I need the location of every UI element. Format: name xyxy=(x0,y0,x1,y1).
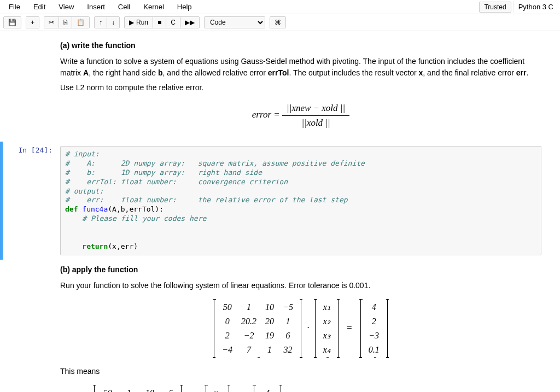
menubar-status: Trusted Python 3 C xyxy=(479,1,558,13)
code-editor[interactable]: # input: # A: 2D numpy array: square mat… xyxy=(60,146,541,255)
menu-file[interactable]: File xyxy=(2,0,27,14)
stop-button[interactable]: ■ xyxy=(153,17,166,28)
system-equation: 50110−5 020.2201 2−2196 −47132 · x₁ x₂ x… xyxy=(60,299,541,358)
run-button[interactable]: ▶Run xyxy=(125,17,153,28)
fast-forward-icon: ▶▶ xyxy=(185,19,195,26)
this-means-label: This means xyxy=(60,366,541,377)
section-a-desc: Write a function to solve a system of eq… xyxy=(60,56,541,79)
section-b-desc: Run your function to solve the following… xyxy=(60,280,541,291)
menu-view[interactable]: View xyxy=(52,0,80,14)
menubar-items: File Edit View Insert Cell Kernel Help xyxy=(2,0,199,14)
add-cell-button[interactable]: + xyxy=(26,17,39,28)
copy-button[interactable]: ⎘ xyxy=(59,17,72,28)
definitions: A = 50110−5 020.2201 2−2196 −47132 , x =… xyxy=(77,385,541,392)
section-b-heading: (b) apply the function xyxy=(60,264,541,276)
restart-button[interactable]: C xyxy=(166,17,180,28)
markdown-cell-a[interactable]: (a) write the function Write a function … xyxy=(0,36,560,142)
menu-kernel[interactable]: Kernel xyxy=(137,0,171,14)
vector-b-def: 4 2 −3 0.1 xyxy=(254,385,281,392)
run-label: Run xyxy=(136,19,148,26)
matrix-A-def: 50110−5 020.2201 2−2196 −47132 xyxy=(94,385,182,392)
kernel-indicator[interactable]: Python 3 C xyxy=(514,1,558,13)
menu-edit[interactable]: Edit xyxy=(27,0,52,14)
cell-type-select[interactable]: Code xyxy=(205,17,265,28)
section-a-heading: (a) write the function xyxy=(60,40,541,51)
markdown-cell-b[interactable]: (b) apply the function Run your function… xyxy=(0,260,560,392)
paste-icon: 📋 xyxy=(77,19,85,26)
save-button[interactable]: 💾 xyxy=(4,17,21,28)
prompt-empty-b xyxy=(8,261,57,392)
arrow-down-icon: ↓ xyxy=(112,19,115,26)
save-icon: 💾 xyxy=(8,19,16,26)
markdown-content-a: (a) write the function Write a function … xyxy=(57,37,552,141)
toolbar: 💾 + ✂ ⎘ 📋 ↑ ↓ ▶Run ■ C ▶▶ Code ⌘ xyxy=(0,14,560,31)
vector-x-def: x₁ x₂ x₃ x₄ xyxy=(206,385,229,392)
cut-button[interactable]: ✂ xyxy=(44,17,59,28)
vector-x: x₁ x₂ x₃ x₄ xyxy=(315,299,339,358)
markdown-content-b: (b) apply the function Run your function… xyxy=(57,261,552,392)
section-a-l2: Use L2 norm to compute the relative erro… xyxy=(60,82,541,93)
menubar: File Edit View Insert Cell Kernel Help T… xyxy=(0,0,560,14)
code-cell-content: # input: # A: 2D numpy array: square mat… xyxy=(57,143,552,259)
arrow-up-icon: ↑ xyxy=(99,19,102,26)
play-icon: ▶ xyxy=(129,19,134,26)
prompt-empty xyxy=(8,37,57,141)
stop-icon: ■ xyxy=(158,19,161,26)
cut-icon: ✂ xyxy=(49,19,54,26)
menu-help[interactable]: Help xyxy=(171,0,199,14)
code-cell-24[interactable]: In [24]: # input: # A: 2D numpy array: s… xyxy=(0,142,560,260)
command-palette-button[interactable]: ⌘ xyxy=(270,17,285,28)
matrix-A: 50110−5 020.2201 2−2196 −47132 xyxy=(214,299,301,358)
notebook-main: (a) write the function Write a function … xyxy=(0,31,560,392)
trusted-badge[interactable]: Trusted xyxy=(479,2,511,13)
restart-icon: C xyxy=(171,19,176,26)
move-up-button[interactable]: ↑ xyxy=(95,17,107,28)
paste-button[interactable]: 📋 xyxy=(72,17,89,28)
copy-icon: ⎘ xyxy=(63,19,67,26)
input-prompt: In [24]: xyxy=(8,143,57,259)
menu-cell[interactable]: Cell xyxy=(112,0,137,14)
error-formula: error = ||xnew − xold || ||xold || xyxy=(60,101,541,130)
move-down-button[interactable]: ↓ xyxy=(107,17,119,28)
restart-run-button[interactable]: ▶▶ xyxy=(180,17,199,28)
vector-b: 4 2 −3 0.1 xyxy=(360,299,388,358)
menu-insert[interactable]: Insert xyxy=(80,0,112,14)
keyboard-icon: ⌘ xyxy=(275,19,281,26)
